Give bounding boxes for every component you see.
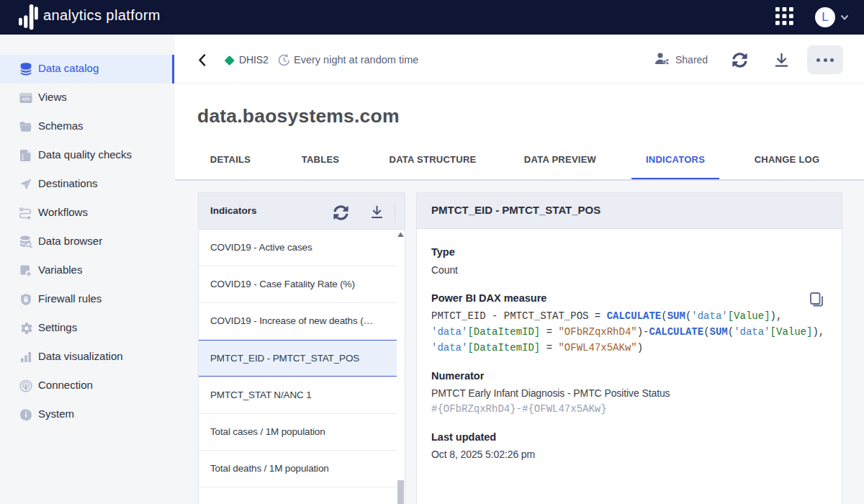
svg-text:</>: </>: [22, 96, 30, 102]
